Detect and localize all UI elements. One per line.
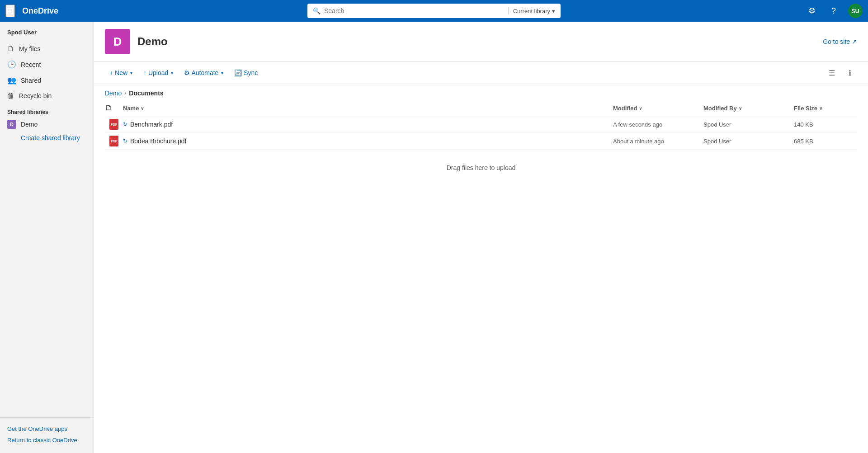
sidebar-item-my-files[interactable]: 🗋 My files <box>0 41 94 57</box>
app-logo: OneDrive <box>22 6 58 16</box>
breadcrumb: Demo › Documents <box>94 84 868 100</box>
new-chevron-icon: ▾ <box>130 71 132 76</box>
main-content: D Demo Go to site ↗ + New ▾ ↑ Upload ▾ ⚙… <box>94 22 868 453</box>
chevron-down-icon: ▾ <box>552 8 555 14</box>
modified-sort-icon: ∨ <box>639 106 642 111</box>
command-bar-right: ☰ ℹ <box>825 66 857 80</box>
file-name: ↻ Benchmark.pdf <box>123 121 613 128</box>
pdf-icon: PDF <box>109 119 118 130</box>
waffle-icon[interactable]: ⊞ <box>5 5 15 17</box>
settings-button[interactable]: ⚙ <box>805 4 819 18</box>
file-modified: About a minute ago <box>613 138 703 145</box>
modified-by-col-header[interactable]: Modified By ∨ <box>703 105 794 112</box>
sidebar-item-recent[interactable]: 🕒 Recent <box>0 57 94 72</box>
create-shared-library-link[interactable]: Create shared library <box>0 132 94 144</box>
demo-lib-icon: D <box>7 120 16 129</box>
search-bar: 🔍 Current library ▾ <box>307 4 561 18</box>
command-bar-left: + New ▾ ↑ Upload ▾ ⚙ Automate ▾ 🔄 Sync <box>105 66 262 79</box>
file-table: 🗋 Name ∨ Modified ∨ Modified By ∨ File S… <box>94 100 868 453</box>
return-to-classic-link[interactable]: Return to classic OneDrive <box>0 434 94 446</box>
file-size-sort-icon: ∨ <box>819 106 822 111</box>
search-icon: 🔍 <box>313 7 321 14</box>
shared-icon: 👥 <box>7 76 16 85</box>
list-view-button[interactable]: ☰ <box>825 66 839 80</box>
sidebar-username: Spod User <box>0 25 94 41</box>
file-size-col-header[interactable]: File Size ∨ <box>794 105 857 112</box>
pdf-icon: PDF <box>109 136 118 146</box>
library-header: D Demo Go to site ↗ <box>94 22 868 62</box>
go-to-site-link[interactable]: Go to site ↗ <box>823 38 857 45</box>
recycle-bin-icon: 🗑 <box>7 92 14 100</box>
get-onedrive-apps-link[interactable]: Get the OneDrive apps <box>0 423 94 434</box>
breadcrumb-current: Documents <box>129 90 163 97</box>
drag-drop-area: Drag files here to upload <box>105 150 857 186</box>
sync-button[interactable]: 🔄 Sync <box>230 66 262 79</box>
upload-button[interactable]: ↑ Upload ▾ <box>139 66 178 79</box>
my-files-icon: 🗋 <box>7 45 14 53</box>
shared-libraries-label: Shared libraries <box>0 104 94 117</box>
user-avatar[interactable]: SU <box>848 4 863 18</box>
sync-status-icon: ↻ <box>123 138 127 144</box>
new-button[interactable]: + New ▾ <box>105 66 137 79</box>
sidebar: Spod User 🗋 My files 🕒 Recent 👥 Shared 🗑… <box>0 22 94 453</box>
file-icon-cell: PDF <box>105 119 123 130</box>
file-modified-by: Spod User <box>703 121 794 128</box>
automate-chevron-icon: ▾ <box>221 71 223 76</box>
table-header: 🗋 Name ∨ Modified ∨ Modified By ∨ File S… <box>105 100 857 116</box>
command-bar: + New ▾ ↑ Upload ▾ ⚙ Automate ▾ 🔄 Sync ☰… <box>94 62 868 84</box>
search-scope-selector[interactable]: Current library ▾ <box>508 8 555 14</box>
info-button[interactable]: ℹ <box>843 66 857 80</box>
upload-chevron-icon: ▾ <box>171 71 173 76</box>
file-modified: A few seconds ago <box>613 121 703 128</box>
file-type-col-header: 🗋 <box>105 104 123 112</box>
name-col-header[interactable]: Name ∨ <box>123 105 613 112</box>
file-size: 685 KB <box>794 138 857 145</box>
sidebar-item-recycle-bin[interactable]: 🗑 Recycle bin <box>0 88 94 104</box>
modified-by-sort-icon: ∨ <box>739 106 742 111</box>
recent-icon: 🕒 <box>7 60 16 69</box>
help-button[interactable]: ? <box>826 4 841 18</box>
library-header-left: D Demo <box>105 29 168 54</box>
table-row[interactable]: PDF ↻ Bodea Brochure.pdf About a minute … <box>105 133 857 150</box>
sidebar-footer: Get the OneDrive apps Return to classic … <box>0 417 94 449</box>
main-layout: Spod User 🗋 My files 🕒 Recent 👥 Shared 🗑… <box>0 22 868 453</box>
file-name: ↻ Bodea Brochure.pdf <box>123 137 613 145</box>
breadcrumb-parent[interactable]: Demo <box>105 90 122 97</box>
modified-col-header[interactable]: Modified ∨ <box>613 105 703 112</box>
automate-button[interactable]: ⚙ Automate ▾ <box>179 66 228 79</box>
name-sort-icon: ∨ <box>141 106 144 111</box>
sidebar-item-shared[interactable]: 👥 Shared <box>0 72 94 88</box>
file-size: 140 KB <box>794 121 857 128</box>
sidebar-item-demo-library[interactable]: D Demo <box>0 117 94 132</box>
file-icon-cell: PDF <box>105 136 123 146</box>
file-modified-by: Spod User <box>703 138 794 145</box>
sync-status-icon: ↻ <box>123 121 127 127</box>
topbar-icons: ⚙ ? SU <box>805 4 863 18</box>
topbar: ⊞ OneDrive 🔍 Current library ▾ ⚙ ? SU <box>0 0 868 22</box>
library-title: Demo <box>137 35 168 48</box>
breadcrumb-chevron-icon: › <box>124 90 126 96</box>
table-row[interactable]: PDF ↻ Benchmark.pdf A few seconds ago Sp… <box>105 116 857 133</box>
search-input[interactable] <box>324 7 505 14</box>
library-logo: D <box>105 29 130 54</box>
